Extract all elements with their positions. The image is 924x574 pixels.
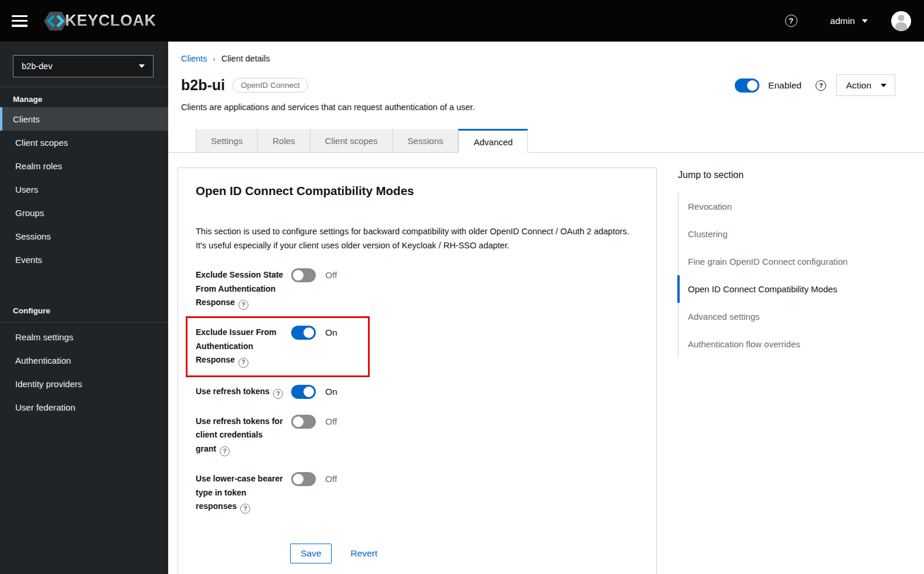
tab-settings[interactable]: Settings	[196, 129, 258, 152]
sidebar-item-users[interactable]: Users	[0, 177, 168, 201]
caret-down-icon	[862, 19, 868, 23]
jump-to-section-title: Jump to section	[678, 170, 848, 180]
sidebar-divider	[0, 322, 168, 323]
toggle-state-label: Off	[325, 472, 337, 486]
form-row-exclude-issuer: Exclude Issuer From Authentication Respo…	[186, 316, 370, 377]
tabs: Settings Roles Client scopes Sessions Ad…	[168, 129, 924, 153]
form-row-lower-case-bearer: Use lower-case bearer type in token resp…	[196, 472, 642, 514]
main-content: Clients › Client details b2b-ui OpenID C…	[168, 42, 924, 574]
toggle-exclude-issuer[interactable]	[291, 326, 316, 340]
oidc-compatibility-card: Open ID Connect Compatibility Modes This…	[178, 168, 657, 574]
sidebar-item-identity-providers[interactable]: Identity providers	[0, 372, 168, 395]
question-icon[interactable]	[816, 80, 826, 91]
card-title: Open ID Connect Compatibility Modes	[196, 184, 642, 198]
jump-link-clustering[interactable]: Clustering	[678, 220, 848, 248]
field-label: Exclude Issuer From Authentication Respo…	[196, 326, 285, 367]
nav-section-configure: Configure	[0, 299, 168, 322]
action-dropdown[interactable]: Action	[836, 74, 895, 96]
breadcrumb-separator-icon: ›	[213, 54, 215, 63]
protocol-badge: OpenID Connect	[233, 78, 308, 93]
keycloak-logo: KEYCLOAK	[43, 8, 156, 34]
toggle-exclude-session-state[interactable]	[291, 268, 316, 282]
question-icon[interactable]	[240, 504, 250, 514]
tab-client-scopes[interactable]: Client scopes	[311, 129, 393, 152]
tab-roles[interactable]: Roles	[258, 129, 310, 152]
save-button[interactable]: Save	[290, 544, 332, 563]
sidebar-item-user-federation[interactable]: User federation	[0, 395, 168, 419]
jump-link-auth-flow-overrides[interactable]: Authentication flow overrides	[678, 330, 848, 358]
breadcrumb-clients-link[interactable]: Clients	[181, 54, 207, 63]
sidebar-item-groups[interactable]: Groups	[0, 201, 168, 224]
sidebar-item-events[interactable]: Events	[0, 248, 168, 271]
toggle-use-refresh-tokens[interactable]	[291, 385, 316, 399]
sidebar-item-sessions[interactable]: Sessions	[0, 224, 168, 248]
hamburger-menu-icon[interactable]	[12, 15, 28, 27]
page-title: b2b-ui	[181, 77, 225, 94]
form-row-refresh-tokens-client-credentials: Use refresh tokens for client credential…	[196, 415, 642, 456]
page-description: Clients are applications and services th…	[181, 102, 895, 112]
caret-down-icon	[139, 64, 145, 68]
form-row-exclude-session-state: Exclude Session State From Authenticatio…	[196, 268, 642, 310]
form-row-use-refresh-tokens: Use refresh tokens On	[196, 385, 642, 399]
field-label: Exclude Session State From Authenticatio…	[196, 268, 285, 310]
question-icon[interactable]	[220, 446, 230, 456]
card-description: This section is used to configure settin…	[196, 224, 638, 252]
sidebar-item-authentication[interactable]: Authentication	[0, 348, 168, 372]
username: admin	[830, 16, 855, 26]
nav-section-manage: Manage	[0, 87, 168, 107]
jump-link-fine-grain-oidc[interactable]: Fine grain OpenID Connect configuration	[678, 248, 848, 275]
caret-down-icon	[881, 84, 887, 87]
field-label: Use refresh tokens	[196, 385, 285, 399]
sidebar-item-realm-roles[interactable]: Realm roles	[0, 154, 168, 177]
action-dropdown-label: Action	[846, 80, 871, 91]
help-icon[interactable]	[785, 15, 797, 27]
jump-link-oidc-compatibility[interactable]: Open ID Connect Compatibility Modes	[677, 275, 848, 303]
sidebar: b2b-dev Manage Clients Client scopes Rea…	[0, 42, 168, 574]
toggle-state-label: Off	[325, 268, 337, 282]
question-icon[interactable]	[273, 389, 283, 399]
sidebar-item-client-scopes[interactable]: Client scopes	[0, 131, 168, 154]
breadcrumb-current: Client details	[221, 54, 270, 63]
avatar[interactable]	[891, 11, 911, 31]
toggle-state-label: On	[325, 326, 337, 340]
jump-to-section-panel: Jump to section Revocation Clustering Fi…	[678, 168, 848, 574]
sidebar-item-realm-settings[interactable]: Realm settings	[0, 325, 168, 348]
toggle-state-label: On	[325, 385, 337, 399]
user-menu[interactable]: admin	[830, 16, 868, 26]
enabled-label: Enabled	[768, 80, 802, 91]
masthead: KEYCLOAK admin	[0, 0, 924, 42]
enabled-toggle[interactable]	[735, 78, 759, 93]
realm-name: b2b-dev	[22, 62, 52, 71]
question-icon[interactable]	[238, 358, 248, 368]
realm-selector[interactable]: b2b-dev	[13, 55, 154, 77]
toggle-refresh-tokens-client-credentials[interactable]	[291, 415, 316, 429]
question-icon[interactable]	[238, 300, 248, 310]
toggle-lower-case-bearer[interactable]	[291, 472, 316, 486]
breadcrumb: Clients › Client details	[181, 54, 895, 63]
jump-link-advanced-settings[interactable]: Advanced settings	[678, 303, 848, 330]
revert-link[interactable]: Revert	[350, 548, 377, 559]
tab-sessions[interactable]: Sessions	[393, 129, 459, 152]
tab-advanced[interactable]: Advanced	[458, 129, 528, 153]
sidebar-item-clients[interactable]: Clients	[0, 107, 168, 131]
jump-link-revocation[interactable]: Revocation	[678, 193, 848, 220]
field-label: Use lower-case bearer type in token resp…	[196, 472, 285, 514]
field-label: Use refresh tokens for client credential…	[196, 415, 285, 456]
toggle-state-label: Off	[325, 415, 337, 429]
brand-name: KEYCLOAK	[65, 12, 156, 30]
